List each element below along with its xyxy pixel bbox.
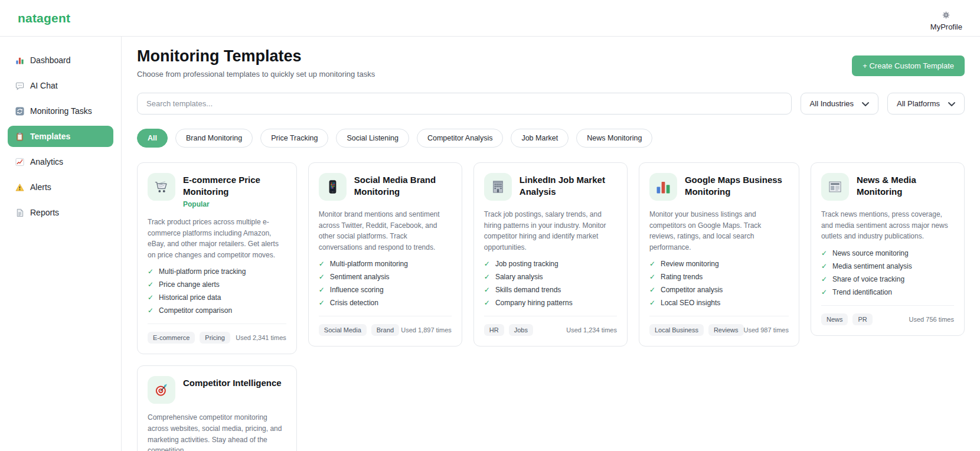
feature-list: ✓Multi-platform monitoring✓Sentiment ana… — [319, 260, 452, 307]
tag-news: News — [821, 313, 848, 325]
template-description: Comprehensive competitor monitoring acro… — [148, 412, 286, 451]
feature-item: ✓Multi-platform price tracking — [148, 267, 286, 276]
feature-item: ✓Competitor analysis — [649, 286, 789, 294]
sidebar-item-analytics[interactable]: Analytics — [8, 151, 113, 172]
check-icon: ✓ — [148, 306, 153, 315]
template-card-e-commerce-price-monitoring[interactable]: E-commerce Price Monitoring Popular Trac… — [137, 162, 297, 354]
bar-chart-icon — [15, 56, 24, 65]
check-icon: ✓ — [484, 299, 490, 307]
feature-item: ✓Company hiring patterns — [484, 299, 617, 307]
cart-icon — [148, 173, 175, 201]
check-icon: ✓ — [484, 260, 490, 268]
industry-filter-label: All Industries — [810, 99, 854, 108]
check-icon: ✓ — [484, 286, 490, 294]
sidebar-item-templates[interactable]: Templates — [8, 126, 113, 147]
chevron-down-icon — [862, 99, 869, 108]
feature-list: ✓News source monitoring✓Media sentiment … — [821, 249, 954, 296]
profile-menu[interactable]: MyProfile — [930, 5, 962, 31]
feature-item: ✓Share of voice tracking — [821, 275, 954, 283]
feature-item: ✓Crisis detection — [319, 299, 452, 307]
template-description: Monitor your business listings and compe… — [649, 209, 789, 253]
feature-item: ✓Multi-platform monitoring — [319, 260, 452, 268]
feature-item: ✓Price change alerts — [148, 280, 286, 289]
create-custom-template-button[interactable]: + Create Custom Template — [852, 55, 965, 76]
industry-filter-dropdown[interactable]: All Industries — [801, 93, 878, 115]
category-chip-news-monitoring[interactable]: News Monitoring — [576, 129, 652, 148]
sidebar-item-label: Reports — [30, 208, 59, 217]
check-icon: ✓ — [319, 299, 325, 307]
tag-reviews: Reviews — [708, 324, 744, 336]
sidebar-item-monitoring-tasks[interactable]: Monitoring Tasks — [8, 100, 113, 122]
category-chip-brand-monitoring[interactable]: Brand Monitoring — [175, 129, 253, 148]
check-icon: ✓ — [148, 280, 153, 289]
feature-list: ✓Review monitoring✓Rating trends✓Competi… — [649, 260, 789, 307]
sidebar-item-dashboard[interactable]: Dashboard — [8, 50, 113, 71]
clipboard-icon — [15, 132, 24, 141]
tag-social-media: Social Media — [319, 324, 367, 336]
usage-count: Used 987 times — [744, 326, 789, 334]
usage-count: Used 756 times — [909, 316, 954, 323]
template-card-news-media-monitoring[interactable]: News & Media Monitoring Track news menti… — [811, 162, 965, 336]
search-input[interactable] — [137, 93, 792, 115]
tag-hr: HR — [484, 324, 504, 336]
check-icon: ✓ — [319, 286, 325, 294]
top-bar: natagent MyProfile — [0, 0, 980, 37]
tag-brand: Brand — [371, 324, 399, 336]
template-description: Monitor brand mentions and sentiment acr… — [319, 209, 452, 253]
newspaper-icon — [821, 173, 849, 201]
check-icon: ✓ — [649, 260, 655, 268]
platform-filter-dropdown[interactable]: All Platforms — [887, 93, 965, 115]
feature-item: ✓Local SEO insights — [649, 299, 789, 307]
warning-icon — [15, 183, 24, 192]
category-chip-competitor-analysis[interactable]: Competitor Analysis — [417, 129, 503, 148]
tag-e-commerce: E-commerce — [148, 332, 195, 344]
category-chip-social-listening[interactable]: Social Listening — [336, 129, 409, 148]
sync-icon — [15, 107, 24, 116]
sidebar-item-ai-chat[interactable]: AI Chat — [8, 75, 113, 96]
check-icon: ✓ — [649, 273, 655, 281]
app-logo: natagent — [18, 11, 70, 25]
template-title: Competitor Intelligence — [183, 376, 282, 389]
building-icon — [484, 173, 512, 201]
template-card-google-maps-business-monitoring[interactable]: Google Maps Business Monitoring Monitor … — [639, 162, 799, 347]
feature-item: ✓Job posting tracking — [484, 260, 617, 268]
template-card-competitor-intelligence[interactable]: Competitor Intelligence Comprehensive co… — [137, 365, 297, 451]
feature-item: ✓Historical price data — [148, 293, 286, 302]
check-icon: ✓ — [148, 267, 153, 276]
tag-jobs: Jobs — [509, 324, 533, 336]
template-description: Track product prices across multiple e-c… — [148, 217, 286, 260]
feature-item: ✓Trend identification — [821, 288, 954, 296]
category-chip-job-market[interactable]: Job Market — [511, 129, 569, 148]
feature-item: ✓Sentiment analysis — [319, 273, 452, 281]
sidebar-item-reports[interactable]: Reports — [8, 202, 113, 223]
template-description: Track news mentions, press coverage, and… — [821, 209, 954, 242]
tag-list: Social MediaBrand — [319, 324, 399, 336]
platform-filter-label: All Platforms — [897, 99, 940, 108]
sidebar-item-label: Monitoring Tasks — [30, 106, 92, 116]
gear-icon — [942, 11, 950, 22]
template-card-social-media-brand-monitoring[interactable]: Social Media Brand Monitoring Monitor br… — [308, 162, 462, 347]
template-title: Social Media Brand Monitoring — [354, 173, 452, 197]
check-icon: ✓ — [148, 293, 153, 302]
template-card-linkedin-job-market-analysis[interactable]: LinkedIn Job Market Analysis Track job p… — [473, 162, 628, 347]
sidebar: Dashboard AI Chat Monitoring Tasks Templ… — [0, 37, 122, 451]
tag-pricing: Pricing — [200, 332, 230, 344]
check-icon: ✓ — [821, 262, 827, 270]
template-title: LinkedIn Job Market Analysis — [520, 173, 617, 197]
sidebar-item-alerts[interactable]: Alerts — [8, 177, 113, 198]
feature-item: ✓Media sentiment analysis — [821, 262, 954, 270]
category-chip-price-tracking[interactable]: Price Tracking — [260, 129, 328, 148]
category-filter-bar: All Brand Monitoring Price Tracking Soci… — [137, 129, 965, 148]
check-icon: ✓ — [319, 273, 325, 281]
feature-item: ✓Influence scoring — [319, 286, 452, 294]
sidebar-item-label: Alerts — [30, 182, 51, 192]
feature-item: ✓Competitor comparison — [148, 306, 286, 315]
check-icon: ✓ — [821, 288, 827, 296]
feature-item: ✓Review monitoring — [649, 260, 789, 268]
page-title: Monitoring Templates — [137, 47, 375, 66]
check-icon: ✓ — [319, 260, 325, 268]
target-icon — [148, 376, 175, 404]
tag-list: HRJobs — [484, 324, 533, 336]
category-chip-all[interactable]: All — [137, 129, 168, 148]
tag-list: Local BusinessReviews — [649, 324, 744, 336]
